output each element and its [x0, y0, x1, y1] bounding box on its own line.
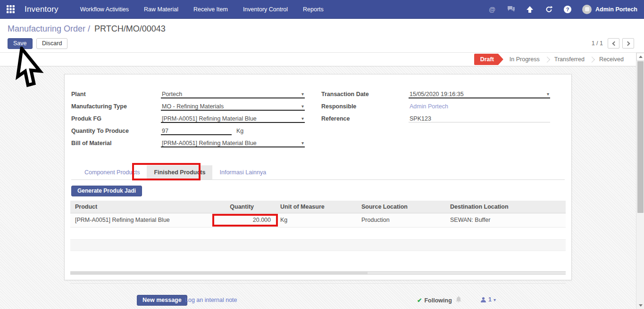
- tab-informasi-lainnya[interactable]: Informasi Lainnya: [212, 165, 273, 179]
- menu-raw-material[interactable]: Raw Material: [140, 0, 182, 19]
- menu-receive-item[interactable]: Receive Item: [190, 0, 232, 19]
- scroll-down-button[interactable]: [636, 301, 644, 309]
- new-message-button[interactable]: New message: [137, 295, 187, 306]
- triangle-up-icon: [639, 56, 643, 58]
- table-horizontal-scrollbar[interactable]: [70, 271, 566, 275]
- person-icon: [480, 297, 486, 303]
- user-menu[interactable]: Admin Portech: [582, 5, 637, 14]
- chat-icon[interactable]: [507, 5, 515, 14]
- chevron-down-icon: ▾: [547, 91, 549, 97]
- apps-grid-icon[interactable]: [0, 0, 21, 19]
- breadcrumb: Manufacturing Order / PRTCH/MO/00043: [8, 24, 166, 34]
- statusbar: Draft In Progress Transferred Received: [0, 53, 636, 66]
- empty-row: [70, 251, 566, 263]
- check-icon: ✔: [417, 297, 422, 304]
- table-header-row: Product Quantity Unit of Measure Source …: [70, 201, 566, 213]
- pager-next-button[interactable]: [622, 38, 634, 49]
- main-menu: Workflow Activities Raw Material Receive…: [76, 0, 335, 19]
- quantity-to-produce-input[interactable]: 97: [161, 127, 232, 135]
- pager-count: 1 / 1: [592, 40, 603, 47]
- field-label: Produk FG: [71, 114, 161, 122]
- navbar-right: @ ? Admin Portech: [488, 5, 644, 14]
- column-unit-of-measure: Unit of Measure: [276, 201, 357, 213]
- cell-product[interactable]: [PRM-A0051] Refining Material Blue: [70, 213, 212, 227]
- log-internal-note-link[interactable]: Log an internal note: [185, 297, 237, 303]
- field-produk-fg: Produk FG [PRM-A0051] Refining Material …: [71, 114, 305, 127]
- quantity-unit-label: Kg: [236, 127, 243, 134]
- cell-destination-location[interactable]: SEWAN: Buffer: [445, 213, 566, 227]
- plant-select[interactable]: Portech▾: [161, 90, 305, 98]
- chevron-down-icon: ▾: [301, 140, 304, 146]
- chevron-left-icon: [612, 41, 617, 46]
- field-responsible: Responsible Admin Portech: [321, 102, 565, 114]
- app-title[interactable]: Inventory: [25, 5, 59, 14]
- top-navbar: Inventory Workflow Activities Raw Materi…: [0, 0, 644, 19]
- field-label: Bill of Material: [71, 139, 161, 146]
- chevron-down-icon: ▾: [301, 104, 304, 109]
- scroll-up-button[interactable]: [636, 53, 644, 61]
- field-label: Manufacturing Type: [71, 102, 161, 110]
- table-row[interactable]: [PRM-A0051] Refining Material Blue 20.00…: [70, 213, 566, 228]
- page-scrollbar[interactable]: [636, 53, 644, 309]
- menu-workflow-activities[interactable]: Workflow Activities: [76, 0, 133, 19]
- help-icon[interactable]: ?: [563, 5, 572, 14]
- status-step-draft[interactable]: Draft: [474, 54, 503, 65]
- upload-arrow-icon[interactable]: [526, 5, 534, 14]
- follower-count: 1: [488, 296, 492, 303]
- chevron-down-icon: ▾: [301, 116, 304, 121]
- field-label: Reference: [321, 114, 409, 122]
- cursor-pointer-annotation: [15, 47, 46, 90]
- transaction-date-input[interactable]: 15/05/2020 19:16:35▾: [409, 90, 550, 98]
- grid-icon: [7, 5, 15, 13]
- pager-previous-button[interactable]: [608, 38, 619, 49]
- field-label: Responsible: [321, 102, 409, 110]
- field-reference: Reference SPK123: [321, 114, 565, 127]
- status-step-transferred[interactable]: Transferred: [548, 56, 591, 63]
- form-fields: Plant Portech▾ Manufacturing Type MO - R…: [71, 90, 565, 151]
- highlight-box-quantity-cell: [212, 214, 278, 227]
- mentions-icon[interactable]: @: [488, 5, 496, 14]
- generate-produk-jadi-button[interactable]: Generate Produk Jadi: [71, 186, 142, 196]
- column-quantity: Quantity: [212, 201, 276, 213]
- scrollbar-thumb[interactable]: [637, 61, 644, 213]
- field-label: Transaction Date: [321, 90, 409, 98]
- triangle-down-icon: [639, 304, 643, 307]
- cell-source-location[interactable]: Production: [357, 213, 445, 227]
- field-label: Plant: [71, 90, 161, 98]
- empty-row: [70, 240, 566, 251]
- reference-input[interactable]: SPK123: [409, 114, 550, 122]
- field-manufacturing-type: Manufacturing Type MO - Refining Materia…: [71, 102, 305, 114]
- empty-row: [70, 228, 566, 240]
- field-transaction-date: Transaction Date 15/05/2020 19:16:35▾: [321, 90, 565, 102]
- menu-inventory-control[interactable]: Inventory Control: [239, 0, 292, 19]
- cell-uom[interactable]: Kg: [276, 213, 357, 227]
- chevron-right-icon: [625, 41, 630, 46]
- column-destination-location: Destination Location: [445, 201, 566, 213]
- responsible-link[interactable]: Admin Portech: [409, 102, 550, 110]
- chevron-down-icon: ▾: [493, 297, 496, 302]
- bill-of-material-select[interactable]: [PRM-A0051] Refining Material Blue▾: [161, 139, 305, 147]
- chevron-down-icon: ▾: [301, 91, 304, 97]
- breadcrumb-parent[interactable]: Manufacturing Order /: [8, 24, 90, 33]
- breadcrumb-current: PRTCH/MO/00043: [94, 24, 166, 33]
- produk-fg-select[interactable]: [PRM-A0051] Refining Material Blue▾: [161, 114, 305, 123]
- refresh-icon[interactable]: [544, 5, 553, 14]
- status-step-received[interactable]: Received: [593, 56, 630, 63]
- user-avatar: [582, 5, 592, 14]
- manufacturing-type-select[interactable]: MO - Refining Materials▾: [161, 102, 305, 111]
- field-label: Quantity To Produce: [71, 127, 161, 134]
- followers-button[interactable]: 1 ▾: [480, 296, 496, 303]
- field-plant: Plant Portech▾: [71, 90, 305, 102]
- menu-reports[interactable]: Reports: [299, 0, 327, 19]
- chatter: New message Log an internal note ✔ Follo…: [0, 280, 636, 309]
- field-quantity-to-produce: Quantity To Produce 97 Kg: [71, 127, 305, 139]
- highlight-box-finished-products-tab: [132, 163, 201, 180]
- scrollbar-thumb[interactable]: [70, 272, 368, 274]
- user-name: Admin Portech: [595, 6, 637, 13]
- finished-products-table: Product Quantity Unit of Measure Source …: [70, 201, 566, 284]
- status-step-in-progress[interactable]: In Progress: [503, 56, 546, 63]
- following-button[interactable]: ✔ Following: [417, 297, 452, 304]
- bell-icon[interactable]: [455, 296, 462, 304]
- field-bill-of-material: Bill of Material [PRM-A0051] Refining Ma…: [71, 139, 305, 151]
- column-product: Product: [70, 201, 212, 213]
